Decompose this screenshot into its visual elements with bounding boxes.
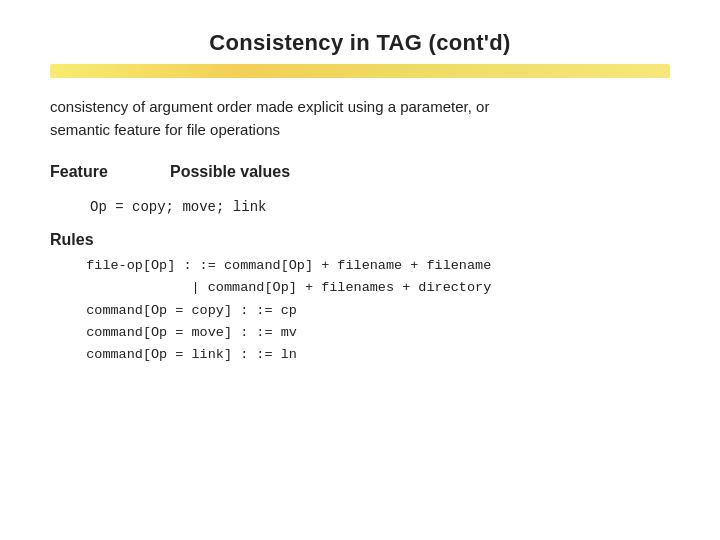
code-line-3: command[Op = copy] : := cp [70, 300, 670, 322]
rules-section: Rules file-op[Op] : := command[Op] + fil… [50, 231, 670, 366]
page: Consistency in TAG (cont'd) consistency … [0, 0, 720, 540]
highlight-bar [50, 64, 670, 78]
description: consistency of argument order made expli… [50, 96, 670, 141]
code-line-2: | command[Op] + filenames + directory [70, 277, 670, 299]
feature-row: Feature Possible values [50, 163, 670, 181]
code-line-5: command[Op = link] : := ln [70, 344, 670, 366]
code-line-4: command[Op = move] : := mv [70, 322, 670, 344]
title-section: Consistency in TAG (cont'd) [50, 30, 670, 56]
code-line-1: file-op[Op] : := command[Op] + filename … [70, 255, 670, 277]
code-block: file-op[Op] : := command[Op] + filename … [50, 255, 670, 366]
description-line1: consistency of argument order made expli… [50, 98, 489, 115]
feature-label: Feature [50, 163, 130, 181]
feature-value-block: Op = copy; move; link [50, 197, 670, 215]
feature-value: Op = copy; move; link [90, 199, 266, 215]
description-line2: semantic feature for file operations [50, 121, 280, 138]
rules-label: Rules [50, 231, 670, 249]
possible-values-label: Possible values [170, 163, 290, 181]
page-title: Consistency in TAG (cont'd) [50, 30, 670, 56]
